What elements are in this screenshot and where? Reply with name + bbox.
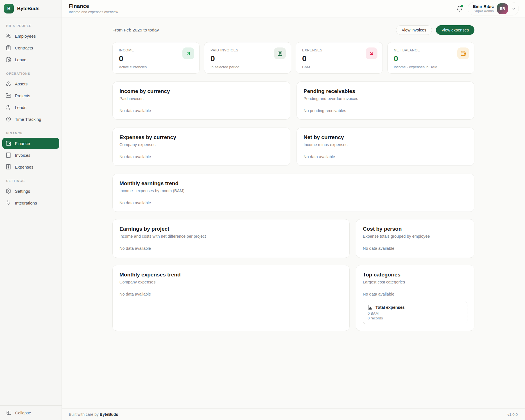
calendar-clock-icon (6, 57, 11, 62)
clipboard-icon (6, 45, 11, 51)
wallet-icon (6, 140, 11, 146)
panel-collapse-icon (6, 410, 12, 416)
sidebar-item-label: Projects (15, 93, 30, 98)
sidebar-item-time-tracking[interactable]: Time Tracking (2, 113, 59, 125)
stat-sub: BAM (302, 65, 376, 69)
sidebar-item-leave[interactable]: Leave (2, 54, 59, 65)
card-subtitle: Expense totals grouped by employee (363, 234, 467, 239)
wallet-icon (457, 47, 469, 59)
stat-card-expenses: EXPENSES 0 BAM (296, 42, 383, 74)
top-header: Finance Income and expenses overview Emi… (62, 0, 525, 17)
collapse-label: Collapse (15, 411, 31, 415)
section-label-finance: FINANCE (2, 129, 59, 138)
empty-state-text: No pending receivables (304, 108, 467, 113)
card-subtitle: Paid invoices (119, 96, 283, 101)
sidebar-item-label: Integrations (15, 201, 37, 205)
card-subtitle: Income minus expenses (304, 142, 467, 147)
date-range-label: From Feb 2025 to today (112, 28, 159, 33)
empty-state-text: No data available (119, 108, 283, 113)
stat-value: 0 (119, 54, 193, 63)
bytebuds-logo: B (4, 4, 14, 13)
receipt-icon (274, 47, 286, 59)
page-title: Finance (69, 3, 118, 9)
footer: Built with care byByteBuds v1.0.0 (62, 408, 525, 420)
sidebar-nav: HR & PEOPLE Employees Contracts Leave (0, 17, 62, 405)
sidebar-item-employees[interactable]: Employees (2, 30, 59, 42)
arrow-down-right-icon (366, 47, 377, 59)
sidebar-item-integrations[interactable]: Integrations (2, 197, 59, 208)
total-expenses-records: 0 records (368, 316, 463, 320)
card-title: Expenses by currency (119, 134, 283, 140)
arrow-up-right-icon (182, 47, 194, 59)
empty-state-text: No data available (363, 246, 467, 251)
pending-receivables-card: Pending receivables Pending and overdue … (297, 81, 474, 120)
clock-icon (6, 116, 11, 122)
card-title: Income by currency (119, 88, 283, 94)
page-heading: Finance Income and expenses overview (69, 3, 118, 14)
sidebar-item-finance[interactable]: Finance (2, 138, 59, 149)
user-name: Emir Ribic (473, 4, 494, 9)
stat-label: INCOME (119, 48, 193, 52)
stat-label: PAID INVOICES (211, 48, 285, 52)
sidebar-item-label: Expenses (15, 165, 33, 169)
footer-credit: Built with care byByteBuds (69, 412, 118, 417)
sidebar-item-contracts[interactable]: Contracts (2, 42, 59, 53)
plug-icon (6, 200, 11, 206)
footer-brand: ByteBuds (100, 412, 118, 417)
app-version: v1.0.0 (507, 412, 518, 417)
card-subtitle: Income and costs with net difference per… (119, 234, 343, 239)
notification-dot (461, 5, 463, 8)
card-title: Cost by person (363, 226, 467, 232)
empty-state-text: No data available (363, 292, 467, 296)
receipt-icon (6, 152, 11, 158)
monthly-earnings-trend-card: Monthly earnings trend Income - expenses… (112, 174, 474, 212)
earnings-by-project-card: Earnings by project Income and costs wit… (112, 219, 350, 258)
sidebar-item-invoices[interactable]: Invoices (2, 149, 59, 161)
empty-state-text: No data available (119, 155, 283, 159)
sidebar-item-assets[interactable]: Assets (2, 78, 59, 89)
total-expenses-amount: 0 BAM (368, 311, 463, 315)
net-by-currency-card: Net by currency Income minus expenses No… (297, 128, 474, 166)
notifications-button[interactable] (456, 5, 463, 12)
toolbar: From Feb 2025 to today View invoices Vie… (112, 25, 474, 35)
sidebar-item-projects[interactable]: Projects (2, 90, 59, 101)
folder-kanban-icon (6, 93, 11, 98)
users-icon (6, 33, 11, 39)
page-subtitle: Income and expenses overview (69, 10, 118, 14)
charts-row-1: Income by currency Paid invoices No data… (112, 81, 474, 120)
user-info: Emir Ribic Super Admin (473, 4, 494, 13)
card-title: Monthly expenses trend (119, 272, 343, 278)
stat-value: 0 (394, 54, 468, 63)
collapse-sidebar-button[interactable]: Collapse (0, 405, 62, 420)
stat-sub: In selected period (211, 65, 285, 69)
card-subtitle: Pending and overdue invoices (304, 96, 467, 101)
stat-card-net-balance: NET BALANCE 0 Income - expenses in BAM (387, 42, 474, 74)
charts-row-4: Monthly expenses trend Company expenses … (112, 265, 474, 331)
section-label-hr-people: HR & PEOPLE (2, 21, 59, 30)
section-label-settings: SETTINGS (2, 176, 59, 185)
chevron-down-icon (511, 6, 516, 11)
stats-row: INCOME 0 Active currencies PAID INVOICES… (112, 42, 474, 74)
sidebar-item-label: Employees (15, 34, 36, 38)
bar-chart-icon (368, 305, 373, 310)
stat-value: 0 (211, 54, 285, 63)
empty-state-text: No data available (119, 246, 343, 251)
sidebar-item-expenses[interactable]: Expenses (2, 161, 59, 172)
view-expenses-button[interactable]: View expenses (436, 25, 474, 35)
user-menu[interactable]: Emir Ribic Super Admin ER (468, 2, 519, 15)
stat-label: EXPENSES (302, 48, 376, 52)
expenses-by-currency-card: Expenses by currency Company expenses No… (112, 128, 290, 166)
sidebar-item-label: Assets (15, 81, 28, 86)
sidebar-item-label: Contracts (15, 46, 33, 50)
footer-text: Built with care by (69, 412, 99, 417)
sidebar-item-settings[interactable]: Settings (2, 185, 59, 197)
card-title: Top categories (363, 272, 467, 278)
sidebar-brand: B ByteBuds (0, 0, 62, 17)
view-invoices-button[interactable]: View invoices (396, 25, 432, 35)
card-title: Monthly earnings trend (119, 180, 467, 187)
avatar: ER (497, 3, 508, 14)
receipt-dollar-icon (6, 164, 11, 170)
card-title: Earnings by project (119, 226, 343, 232)
sidebar-item-label: Leave (15, 57, 26, 62)
sidebar-item-leads[interactable]: Leads (2, 102, 59, 113)
